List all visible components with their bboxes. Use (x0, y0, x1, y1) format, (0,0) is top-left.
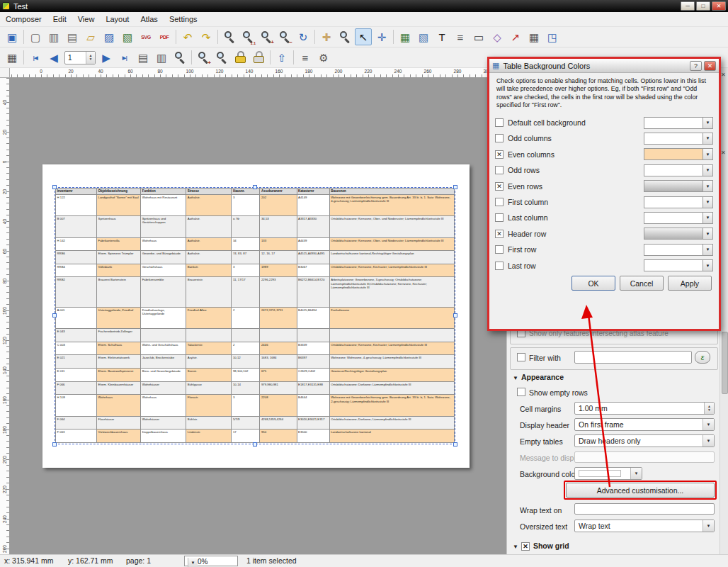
dialog-title-bar[interactable]: ▦ Table Background Colors ? ✕ (489, 59, 719, 73)
move-item-content-icon[interactable]: ✛ (373, 28, 390, 45)
even-rows-color-picker[interactable]: ▼ (644, 180, 713, 192)
menu-atlas[interactable]: Atlas (135, 13, 163, 26)
add-new-label-icon[interactable]: T (433, 28, 450, 45)
color-swatch[interactable] (644, 196, 703, 208)
select-move-item-icon[interactable]: ↖ (355, 28, 372, 45)
item-options-icon[interactable]: ⚙ (315, 49, 332, 66)
undo-icon[interactable]: ↶ (179, 28, 196, 45)
zoom-level-combo[interactable]: 67.0% ▼ (184, 556, 238, 566)
export-as-svg-icon[interactable]: SVG (137, 28, 154, 45)
new-composition-icon[interactable]: ▢ (27, 28, 44, 45)
color-swatch[interactable] (644, 244, 703, 256)
selection-handle[interactable] (453, 442, 457, 447)
zoom-to-selection-icon[interactable]: + (195, 49, 212, 66)
dropdown-arrow-icon[interactable]: ▼ (703, 117, 713, 129)
maximize-button[interactable]: □ (696, 1, 710, 11)
print-atlas-icon[interactable]: ▤ (135, 49, 152, 66)
empty-tables-combo[interactable]: Draw headers only ▼ (574, 434, 715, 447)
refresh-view-icon[interactable]: ↻ (295, 28, 312, 45)
menu-view[interactable]: View (72, 13, 101, 26)
raise-selected-items-icon[interactable]: ⇧ (273, 49, 290, 66)
selection-handle[interactable] (453, 313, 457, 318)
add-new-scalebar-icon[interactable]: ▭ (470, 28, 487, 45)
export-atlas-icon[interactable]: ▥ (153, 49, 170, 66)
minimize-button[interactable]: ─ (681, 1, 695, 11)
selection-handle[interactable] (253, 442, 257, 447)
zoom-in-icon[interactable]: + (258, 28, 275, 45)
even-columns-checkbox[interactable]: ✕ (495, 150, 504, 159)
even-columns-color-picker[interactable]: ▼ (644, 148, 713, 160)
zoom-actual-size-icon[interactable]: 1:1 (239, 28, 256, 45)
dropdown-arrow-icon[interactable]: ▼ (703, 228, 713, 240)
atlas-settings-icon[interactable]: ▦ (4, 49, 21, 66)
add-html-frame-icon[interactable]: ◳ (544, 28, 561, 45)
cancel-button[interactable]: Cancel (620, 276, 664, 291)
color-swatch[interactable] (644, 180, 703, 192)
odd-rows-color-picker[interactable]: ▼ (644, 164, 713, 176)
dropdown-arrow-icon[interactable]: ▼ (703, 133, 713, 145)
odd-rows-checkbox[interactable] (495, 166, 504, 174)
odd-columns-color-picker[interactable]: ▼ (644, 133, 713, 145)
unlock-all-items-icon[interactable] (250, 49, 267, 66)
preview-atlas-icon[interactable] (171, 49, 188, 66)
redo-icon[interactable]: ↷ (198, 28, 215, 45)
save-as-template-icon[interactable]: ▨ (101, 28, 118, 45)
first-row-color-picker[interactable]: ▼ (644, 244, 713, 256)
selection-handle[interactable] (453, 185, 457, 189)
add-new-map-icon[interactable]: ▦ (397, 28, 414, 45)
color-swatch[interactable] (644, 164, 703, 176)
load-from-template-icon[interactable]: ▱ (82, 28, 99, 45)
composer-manager-icon[interactable]: ▤ (64, 28, 81, 45)
color-swatch[interactable] (644, 228, 703, 240)
dropdown-arrow-icon[interactable]: ▼ (703, 259, 713, 271)
last-row-checkbox[interactable] (495, 262, 504, 270)
last-row-color-picker[interactable]: ▼ (644, 259, 713, 271)
previous-feature-icon[interactable]: ◀ (45, 49, 62, 66)
last-feature-icon[interactable]: ▶| (116, 49, 133, 66)
color-swatch[interactable] (644, 212, 703, 224)
attribute-table-item[interactable]: InventarnrObjektbezeichnungFunktionStras… (55, 188, 455, 444)
filter-with-checkbox[interactable] (517, 353, 525, 361)
color-swatch[interactable] (644, 133, 703, 145)
selection-handle[interactable] (52, 185, 57, 189)
appearance-section-header[interactable]: ▼Appearance (513, 373, 564, 381)
header-row-color-picker[interactable]: ▼ (644, 228, 713, 240)
wrap-text-on-input[interactable] (574, 503, 715, 515)
scrollbar-thumb[interactable] (722, 332, 728, 394)
selection-handle[interactable] (52, 313, 57, 318)
dropdown-arrow-icon[interactable]: ▼ (703, 196, 713, 208)
dropdown-arrow-icon[interactable]: ▼ (703, 212, 713, 224)
advanced-customisation-button[interactable]: Advanced customisation... (566, 483, 715, 498)
export-as-pdf-icon[interactable]: PDF (156, 28, 173, 45)
dropdown-arrow-icon[interactable]: ▼ (703, 244, 713, 256)
zoom-region-icon[interactable] (336, 28, 353, 45)
last-column-color-picker[interactable]: ▼ (644, 212, 713, 224)
last-column-checkbox[interactable] (495, 213, 504, 222)
expression-builder-button[interactable]: ε (695, 351, 710, 364)
first-feature-icon[interactable]: |◀ (27, 49, 44, 66)
zoom-out-icon[interactable]: − (276, 28, 293, 45)
color-swatch[interactable] (644, 259, 703, 271)
duplicate-composition-icon[interactable]: ▥ (45, 28, 62, 45)
first-row-checkbox[interactable] (495, 245, 504, 254)
color-swatch[interactable] (644, 117, 703, 129)
color-swatch[interactable] (644, 148, 703, 160)
filter-input[interactable] (574, 351, 692, 364)
menu-edit[interactable]: Edit (47, 13, 72, 26)
dock-close-icon[interactable]: ✕ (721, 150, 726, 156)
page-number-spinbox[interactable]: 1▲▼ (64, 51, 96, 64)
odd-columns-checkbox[interactable] (495, 134, 504, 142)
oversized-text-combo[interactable]: Wrap text ▼ (574, 520, 715, 532)
default-cell-background-checkbox[interactable] (495, 118, 504, 127)
ok-button[interactable]: OK (571, 276, 615, 291)
composition-page[interactable]: InventarnrObjektbezeichnungFunktionStras… (42, 164, 470, 468)
background-color-picker[interactable]: ▼ (574, 467, 642, 480)
spin-arrows-icon[interactable]: ▲▼ (704, 403, 714, 414)
add-image-icon[interactable]: ▧ (415, 28, 432, 45)
first-column-color-picker[interactable]: ▼ (644, 196, 713, 208)
pan-composer-icon[interactable]: ✚ (318, 28, 335, 45)
selection-handle[interactable] (253, 185, 257, 189)
export-as-image-icon[interactable]: ▧ (119, 28, 136, 45)
header-row-checkbox[interactable]: ✕ (495, 230, 504, 238)
selection-handle[interactable] (52, 442, 57, 447)
